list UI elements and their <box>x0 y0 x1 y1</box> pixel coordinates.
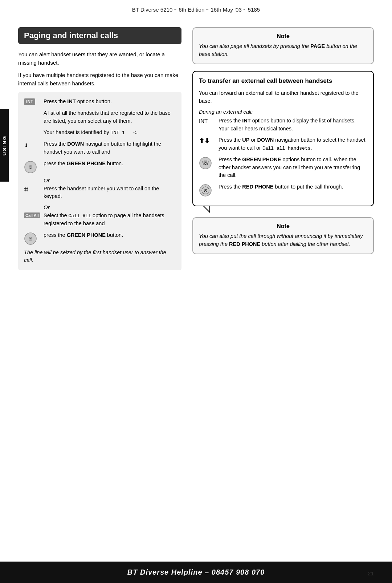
call-all-badge: Call All <box>24 212 40 218</box>
t-step-red: ⊙ Press the RED PHONE button to put the … <box>199 183 367 197</box>
page-header: BT Diverse 5210 ~ 6th Edition ~ 16th May… <box>0 0 392 16</box>
keypad-icon: ⌗ <box>24 186 28 194</box>
page-footer: BT Diverse Helpline – 08457 908 070 <box>0 562 392 583</box>
transfer-intro: You can forward an external call to anot… <box>199 89 367 105</box>
t-text-green: Press the GREEN PHONE options button to … <box>219 156 367 179</box>
step-call-all: Call All Select the Call All option to p… <box>24 212 176 228</box>
t-icon-updown: ⬆⬇ <box>199 136 219 145</box>
step-text-green1: press the GREEN PHONE button. <box>44 160 176 168</box>
step-text-keypad: Press the handset number you want to cal… <box>44 185 176 201</box>
or-text-1: Or <box>44 177 176 183</box>
step-green-phone-1: ☏ press the GREEN PHONE button. <box>24 160 176 174</box>
t-text-red: Press the RED PHONE button to put the ca… <box>219 183 367 191</box>
t-text-int: Press the INT options button to display … <box>219 117 367 133</box>
step-text-list: A list of all the handsets that are regi… <box>44 109 176 125</box>
svg-text:☏: ☏ <box>29 236 32 242</box>
down-arrow-icon: ⬇ <box>24 141 28 150</box>
intro-text-2: If you have multiple handsets registered… <box>18 71 181 88</box>
transfer-outer: To transfer an external call between han… <box>192 71 374 207</box>
t-step-green: ☏ Press the GREEN PHONE options button t… <box>199 156 367 179</box>
transfer-box: To transfer an external call between han… <box>192 71 374 207</box>
step-text-down: Press the DOWN navigation button to high… <box>44 140 176 156</box>
t-text-updown: Press the UP or DOWN navigation button t… <box>219 136 367 152</box>
main-content: Paging and internal calls You can alert … <box>0 16 392 270</box>
note-title-1: Note <box>199 33 367 40</box>
t-green-phone-icon: ☏ <box>199 157 212 170</box>
section-title: Paging and internal calls <box>18 27 181 44</box>
step-list: A list of all the handsets that are regi… <box>24 109 176 125</box>
t-icon-red: ⊙ <box>199 183 219 197</box>
transfer-title: To transfer an external call between han… <box>199 77 367 85</box>
note-box-2: Note You can also put the call through w… <box>192 217 374 254</box>
step-icon-blank1 <box>24 109 44 110</box>
step-int: INT Press the INT options button. <box>24 98 176 106</box>
using-sidebar: USING <box>0 109 9 182</box>
green-phone-icon-2: ☏ <box>24 232 37 245</box>
step-icon-green1: ☏ <box>24 160 44 174</box>
svg-text:☏: ☏ <box>202 160 209 166</box>
step-icon-green2: ☏ <box>24 231 44 245</box>
note-body-1: You can also page all handsets by pressi… <box>199 42 367 58</box>
step-keypad: ⌗ Press the handset number you want to c… <box>24 185 176 201</box>
svg-text:☏: ☏ <box>29 164 32 171</box>
right-column: Note You can also page all handsets by p… <box>192 27 374 261</box>
t-step-updown: ⬆⬇ Press the UP or DOWN navigation butto… <box>199 136 367 152</box>
step-icon-int: INT <box>24 98 44 105</box>
green-phone-icon: ☏ <box>24 161 37 174</box>
left-column: Paging and internal calls You can alert … <box>18 27 192 270</box>
t-step-int: INT Press the INT options button to disp… <box>199 117 367 133</box>
italic-note: The line will be seized by the first han… <box>24 249 176 265</box>
page-number: 21 <box>368 570 374 576</box>
note-title-2: Note <box>199 223 367 230</box>
step-text-int: Press the INT options button. <box>44 98 176 106</box>
bubble-tail-inner <box>204 206 209 211</box>
intro-text-1: You can alert handset users that they ar… <box>18 50 181 67</box>
t-icon-green: ☏ <box>199 156 219 170</box>
header-title: BT Diverse 5210 ~ 6th Edition ~ 16th May… <box>132 7 260 13</box>
step-icon-keypad: ⌗ <box>24 185 44 194</box>
step-icon-down: ⬇ <box>24 140 44 150</box>
step-icon-blank2 <box>24 129 44 129</box>
step-handset-id: Your handset is identified by INT 1 <. <box>24 129 176 137</box>
up-down-arrow-icon: ⬆⬇ <box>199 137 210 145</box>
int-badge: INT <box>24 98 35 105</box>
step-down-nav: ⬇ Press the DOWN navigation button to hi… <box>24 140 176 156</box>
transfer-during: During an external call: <box>199 109 367 115</box>
footer-label: BT Diverse Helpline – 08457 908 070 <box>127 568 265 576</box>
steps-box: INT Press the INT options button. A list… <box>18 92 181 270</box>
step-text-handset-id: Your handset is identified by INT 1 <. <box>44 129 176 137</box>
note-body-2: You can also put the call through withou… <box>199 232 367 248</box>
or-text-2: Or <box>44 204 176 210</box>
step-green-phone-2: ☏ press the GREEN PHONE button. <box>24 231 176 245</box>
red-phone-icon: ⊙ <box>199 184 212 197</box>
step-text-call-all: Select the Call All option to page all t… <box>44 212 176 228</box>
step-icon-call-all: Call All <box>24 212 44 218</box>
step-text-green2: press the GREEN PHONE button. <box>44 231 176 239</box>
using-label: USING <box>2 135 7 155</box>
t-icon-int: INT <box>199 117 219 124</box>
transfer-wrapper: To transfer an external call between han… <box>192 71 374 207</box>
note-box-1: Note You can also page all handsets by p… <box>192 27 374 64</box>
svg-text:⊙: ⊙ <box>204 188 208 193</box>
transfer-steps: You can forward an external call to anot… <box>199 89 367 206</box>
t-int-badge: INT <box>199 118 208 124</box>
